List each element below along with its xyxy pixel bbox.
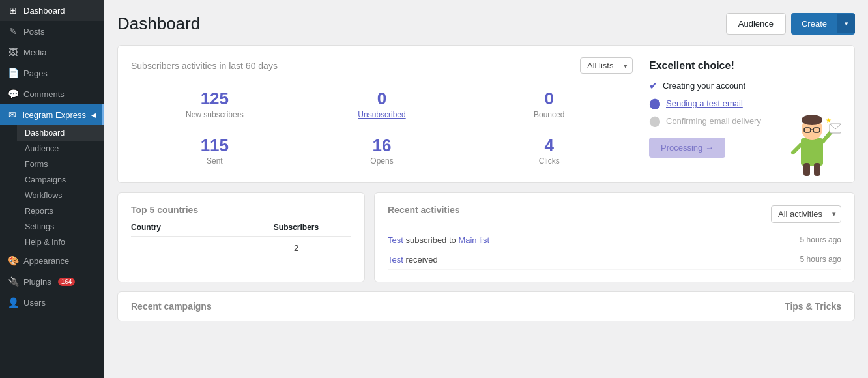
stats-card: Subscribers activities in last 60 days A… <box>117 45 855 183</box>
activities-title: Recent activities <box>388 205 460 215</box>
sidebar-item-settings[interactable]: Settings <box>17 219 104 235</box>
stat-opens: 16 Opens <box>298 131 466 171</box>
all-activities-dropdown[interactable]: All activities <box>771 205 841 223</box>
sidebar-item-reports[interactable]: Reports <box>17 203 104 219</box>
processing-button[interactable]: Processing → <box>649 138 725 158</box>
stats-title: Subscribers activities in last 60 days <box>131 61 278 71</box>
sidebar-item-pages[interactable]: 📄 Pages <box>0 63 104 83</box>
stat-sent: 115 Sent <box>131 131 298 171</box>
activity-text-2: Test received <box>388 255 438 265</box>
check-progress-icon: ⬤ <box>649 97 661 109</box>
sidebar-item-campaigns[interactable]: Campaigns <box>17 172 104 188</box>
comments-icon: 💬 <box>8 89 18 99</box>
countries-card: Top 5 countries Country Subscribers 2 <box>117 192 365 282</box>
recent-campaigns-title: Recent campaigns <box>131 301 212 312</box>
posts-icon: ✎ <box>8 26 18 36</box>
svg-rect-0 <box>801 138 823 166</box>
plugins-icon: 🔌 <box>8 276 18 287</box>
checklist-label-delivery: Confirming email delivery <box>666 116 761 126</box>
svg-rect-8 <box>803 163 810 176</box>
activity-header: Recent activities All activities <box>388 205 841 223</box>
sidebar-item-media[interactable]: 🖼 Media <box>0 42 104 63</box>
check-pending-icon: ⬤ <box>649 115 661 127</box>
icegram-icon: ✉ <box>8 109 17 120</box>
activity-row-1: Test subscribed to Main list 5 hours ago <box>388 231 841 250</box>
stats-left: Subscribers activities in last 60 days A… <box>131 57 633 171</box>
sidebar-item-plugins[interactable]: 🔌 Plugins 164 <box>0 271 104 292</box>
activities-card: Recent activities All activities Test su… <box>374 192 855 282</box>
stat-new-subscribers: 125 New subscribers <box>131 84 298 124</box>
sidebar-item-dashboard-top[interactable]: ⊞ Dashboard <box>0 0 104 21</box>
pages-icon: 📄 <box>8 68 18 78</box>
sidebar-item-posts[interactable]: ✎ Posts <box>0 21 104 42</box>
svg-line-7 <box>793 145 801 153</box>
bottom-row: Top 5 countries Country Subscribers 2 Re… <box>117 192 855 291</box>
sidebar-item-icegram[interactable]: ✉ Icegram Express ◀ <box>0 104 104 125</box>
stats-card-inner: Subscribers activities in last 60 days A… <box>131 57 841 171</box>
stats-dropdown-wrap: All lists <box>580 57 633 74</box>
country-cell <box>131 243 241 253</box>
checklist-label-email[interactable]: Sending a test email <box>666 98 743 108</box>
svg-rect-9 <box>814 163 820 176</box>
stats-grid: 125 New subscribers 0 Unsubscribed 0 Bou… <box>131 84 633 171</box>
page-title: Dashboard <box>117 14 200 34</box>
tips-tricks-title: Tips & Tricks <box>785 301 841 312</box>
stat-bounced: 0 Bounced <box>465 84 633 124</box>
countries-table-header: Country Subscribers <box>131 223 351 237</box>
check-done-icon: ✔ <box>649 80 658 92</box>
plugins-badge: 164 <box>58 278 76 286</box>
all-lists-dropdown[interactable]: All lists <box>580 57 633 74</box>
checklist-item-account: ✔ Creating your account <box>649 80 841 92</box>
create-button[interactable]: Create ▾ <box>791 13 855 35</box>
activity-text-1: Test subscribed to Main list <box>388 235 489 245</box>
subscribers-cell: 2 <box>241 243 351 253</box>
users-icon: 👤 <box>8 297 18 308</box>
table-row: 2 <box>131 239 351 257</box>
activity-link-test1[interactable]: Test <box>388 235 403 245</box>
sidebar-item-help[interactable]: Help & Info <box>17 235 104 250</box>
page-header: Dashboard Audience Create ▾ <box>117 13 855 35</box>
collapse-arrow: ◀ <box>91 111 96 119</box>
sidebar-item-appearance[interactable]: 🎨 Appearance <box>0 250 104 271</box>
checklist-title: Excellent choice! <box>649 60 841 72</box>
sidebar-item-users[interactable]: 👤 Users <box>0 292 104 313</box>
sidebar-item-dashboard[interactable]: Dashboard <box>17 125 104 141</box>
svg-point-2 <box>802 115 822 125</box>
activity-link-test2[interactable]: Test <box>388 255 403 265</box>
icegram-submenu: Dashboard Audience Forms Campaigns Workf… <box>0 125 104 250</box>
checklist-label-account: Creating your account <box>663 81 745 91</box>
appearance-icon: 🎨 <box>8 255 18 266</box>
recent-campaigns-card: Recent campaigns Tips & Tricks <box>117 291 855 321</box>
sidebar-item-forms[interactable]: Forms <box>17 156 104 172</box>
sidebar-item-comments[interactable]: 💬 Comments <box>0 83 104 104</box>
audience-button[interactable]: Audience <box>726 13 786 35</box>
sidebar-item-workflows[interactable]: Workflows <box>17 188 104 203</box>
stat-clicks: 4 Clicks <box>465 131 633 171</box>
svg-text:★: ★ <box>826 117 832 124</box>
activity-row-2: Test received 5 hours ago <box>388 250 841 270</box>
header-buttons: Audience Create ▾ <box>726 13 855 35</box>
main-content: Dashboard Audience Create ▾ Subscribers … <box>104 0 868 378</box>
activity-time-2: 5 hours ago <box>800 255 841 265</box>
col-subscribers-header: Subscribers <box>241 223 351 232</box>
activity-time-1: 5 hours ago <box>800 235 841 245</box>
media-icon: 🖼 <box>8 47 18 57</box>
create-dropdown-arrow[interactable]: ▾ <box>837 14 855 33</box>
stats-header: Subscribers activities in last 60 days A… <box>131 57 633 74</box>
sidebar-item-audience[interactable]: Audience <box>17 141 104 156</box>
col-country-header: Country <box>131 223 241 232</box>
activities-dropdown-wrap: All activities <box>771 205 841 223</box>
dashboard-top-icon: ⊞ <box>8 5 18 16</box>
activity-link-main-list[interactable]: Main list <box>458 235 489 245</box>
sidebar: ⊞ Dashboard ✎ Posts 🖼 Media 📄 Pages 💬 Co… <box>0 0 104 378</box>
character-illustration: ★ <box>783 106 841 177</box>
stat-unsubscribed: 0 Unsubscribed <box>298 84 466 124</box>
countries-title: Top 5 countries <box>131 205 351 215</box>
stats-right: Excellent choice! ✔ Creating your accoun… <box>633 57 841 171</box>
